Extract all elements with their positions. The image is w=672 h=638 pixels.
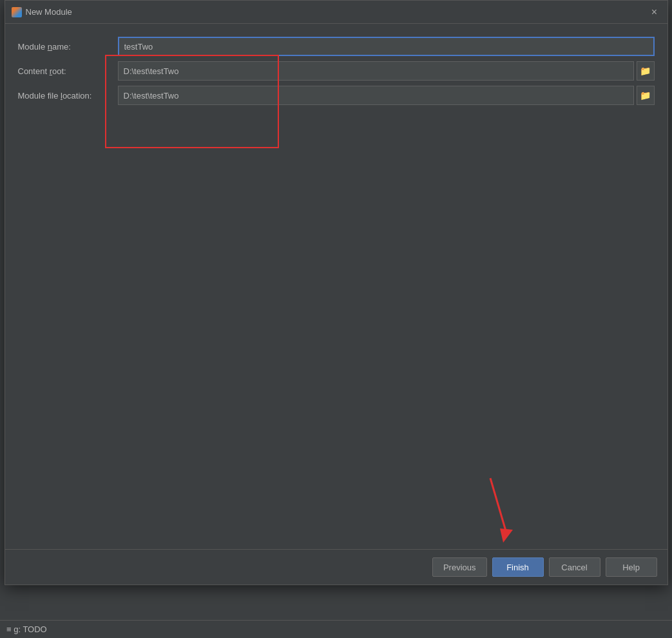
module-icon xyxy=(12,7,22,17)
module-name-row: Module name: xyxy=(18,37,655,56)
dialog-content: Module name: Content root: 📁 xyxy=(5,24,667,585)
svg-marker-1 xyxy=(500,528,513,543)
title-bar-left: New Module xyxy=(12,7,72,17)
cancel-button[interactable]: Cancel xyxy=(549,557,600,577)
content-root-row: Content root: 📁 xyxy=(18,61,655,81)
content-root-input-wrap: 📁 xyxy=(118,61,655,81)
close-button[interactable]: × xyxy=(648,6,661,19)
folder-icon: 📁 xyxy=(640,90,651,101)
module-file-location-browse-button[interactable]: 📁 xyxy=(637,86,655,105)
module-name-input-wrap xyxy=(118,37,655,56)
content-root-browse-button[interactable]: 📁 xyxy=(637,61,655,81)
folder-icon: 📁 xyxy=(640,66,651,76)
module-file-location-row: Module file location: 📁 xyxy=(18,86,655,105)
module-file-location-label: Module file location: xyxy=(18,91,118,101)
content-root-input[interactable] xyxy=(118,61,634,81)
finish-button[interactable]: Finish xyxy=(492,557,544,577)
module-file-location-input[interactable] xyxy=(118,86,634,105)
dialog-footer: Previous Finish Cancel Help xyxy=(5,549,667,585)
module-name-label: Module name: xyxy=(18,42,118,52)
svg-line-0 xyxy=(490,478,506,533)
dialog-overlay: New Module × Module name: Content root: xyxy=(0,0,672,638)
module-file-location-input-wrap: 📁 xyxy=(118,86,655,105)
new-module-dialog: New Module × Module name: Content root: xyxy=(5,0,668,585)
title-bar: New Module × xyxy=(5,1,667,24)
arrow-annotation xyxy=(439,472,542,549)
previous-button[interactable]: Previous xyxy=(432,557,487,577)
dialog-title: New Module xyxy=(26,7,72,17)
help-button[interactable]: Help xyxy=(606,557,657,577)
module-name-input[interactable] xyxy=(118,37,655,56)
content-root-label: Content root: xyxy=(18,66,118,76)
